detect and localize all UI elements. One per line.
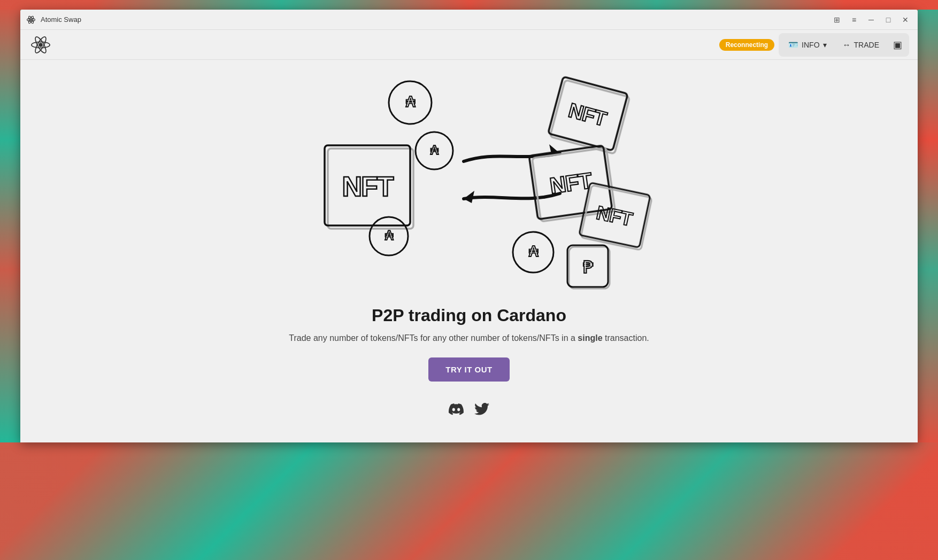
reconnecting-badge: Reconnecting: [719, 39, 774, 51]
hero-subtitle-before: Trade any number of tokens/NFTs for any …: [289, 333, 575, 343]
trade-button[interactable]: ↔ TRADE: [835, 37, 887, 52]
info-chevron-icon: ▾: [823, 41, 827, 49]
svg-text:₳: ₳: [430, 144, 439, 157]
svg-text:₳: ₳: [385, 229, 394, 243]
nav-right: Reconnecting 🪪 INFO ▾ ↔ TRADE ▣: [719, 33, 909, 57]
try-it-out-button[interactable]: TRY IT OUT: [428, 357, 510, 382]
twitter-icon[interactable]: [474, 403, 489, 419]
svg-point-0: [30, 19, 32, 21]
nav-logo: [29, 33, 52, 57]
social-icons: [449, 403, 489, 419]
svg-text:NFT: NFT: [342, 171, 394, 202]
main-content: NFT ₳ ₳ ₳: [20, 60, 918, 442]
svg-text:₱: ₱: [583, 259, 593, 276]
minimize-button[interactable]: ─: [864, 13, 878, 27]
hero-subtitle-bold: single: [578, 333, 602, 343]
left-border-decoration: [0, 10, 20, 442]
app-title: Atomic Swap: [41, 15, 81, 24]
nav-group: 🪪 INFO ▾ ↔ TRADE ▣: [779, 33, 909, 57]
menu-button[interactable]: ≡: [847, 13, 861, 27]
svg-text:NFT: NFT: [566, 99, 609, 130]
hero-subtitle: Trade any number of tokens/NFTs for any …: [289, 332, 649, 345]
info-label: INFO: [802, 41, 819, 49]
discord-icon[interactable]: [449, 403, 464, 418]
title-bar: Atomic Swap ⊞ ≡ ─ □ ✕: [20, 10, 918, 30]
close-button[interactable]: ✕: [898, 13, 912, 27]
svg-text:₳: ₳: [528, 244, 539, 260]
title-bar-controls: ⊞ ≡ ─ □ ✕: [830, 13, 912, 27]
bottom-border-decoration: [0, 442, 938, 560]
hero-illustration: NFT ₳ ₳ ₳: [282, 71, 656, 295]
top-border-decoration: [0, 0, 938, 10]
title-bar-left: Atomic Swap: [26, 14, 81, 25]
info-button[interactable]: 🪪 INFO ▾: [781, 37, 834, 53]
info-icon: 🪪: [788, 40, 798, 50]
wallet-button[interactable]: ▣: [888, 35, 907, 55]
hero-text: P2P trading on Cardano Trade any number …: [289, 306, 649, 345]
maximize-button[interactable]: □: [881, 13, 895, 27]
wallet-icon: ▣: [893, 39, 902, 51]
svg-point-4: [39, 43, 43, 47]
app-window: Atomic Swap ⊞ ≡ ─ □ ✕ Reconnecting 🪪: [20, 10, 918, 442]
trade-icon: ↔: [843, 40, 851, 49]
svg-text:NFT: NFT: [595, 201, 635, 230]
app-icon: [26, 14, 36, 25]
nav-bar: Reconnecting 🪪 INFO ▾ ↔ TRADE ▣: [20, 30, 918, 60]
trade-label: TRADE: [854, 41, 879, 49]
right-border-decoration: [918, 10, 938, 442]
extensions-button[interactable]: ⊞: [830, 13, 844, 27]
hero-subtitle-after: transaction.: [605, 333, 649, 343]
svg-text:₳: ₳: [405, 94, 416, 110]
hero-title: P2P trading on Cardano: [289, 306, 649, 325]
